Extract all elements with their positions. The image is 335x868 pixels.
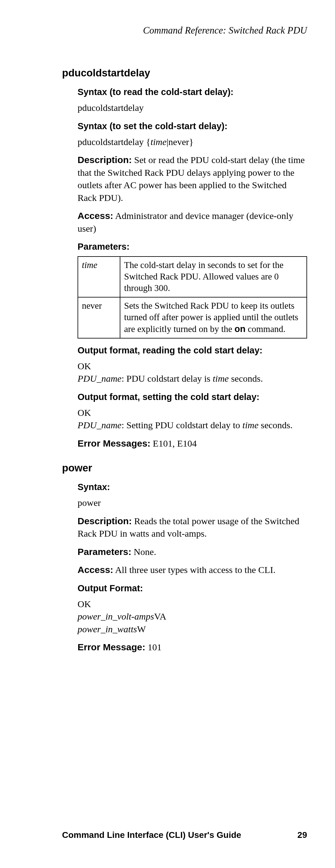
error-message-value: 101 bbox=[145, 642, 162, 652]
parameters-label: Parameters: bbox=[77, 547, 131, 557]
output-set-end: seconds. bbox=[258, 420, 293, 430]
output-set-label: Output format, setting the cold start de… bbox=[77, 392, 307, 402]
error-messages-para: Error Messages: E101, E104 bbox=[77, 437, 307, 450]
output-w-suffix: W bbox=[137, 624, 146, 634]
description-label: Description: bbox=[77, 155, 132, 165]
output-read-label: Output format, reading the cold start de… bbox=[77, 345, 307, 355]
output-ok: OK bbox=[77, 407, 91, 418]
output-format-label: Output Format: bbox=[77, 583, 307, 593]
command-heading-power: power bbox=[62, 462, 307, 474]
output-set-time: time bbox=[242, 420, 259, 430]
running-header: Command Reference: Switched Rack PDU bbox=[62, 25, 307, 36]
param-key-never: never bbox=[78, 297, 120, 338]
output-format-block: OK power_in_volt-ampsVA power_in_wattsW bbox=[77, 598, 307, 636]
syntax-set-label: Syntax (to set the cold-start delay): bbox=[77, 121, 307, 131]
parameters-label: Parameters: bbox=[77, 242, 307, 252]
output-va-var: power_in_volt-amps bbox=[77, 611, 154, 621]
output-read-block: OK PDU_name: PDU coldstart delay is time… bbox=[77, 360, 307, 385]
error-messages-label: Error Messages: bbox=[77, 438, 150, 448]
output-pduname: PDU_name bbox=[77, 420, 122, 430]
table-row: never Sets the Switched Rack PDU to keep… bbox=[78, 297, 307, 338]
output-set-mid: : Setting PDU coldstart delay to bbox=[122, 420, 242, 430]
command-body: Syntax (to read the cold-start delay): p… bbox=[77, 87, 307, 450]
page-footer: Command Line Interface (CLI) User's Guid… bbox=[62, 830, 307, 840]
syntax-set-suffix: |never} bbox=[167, 137, 194, 147]
output-read-mid: : PDU coldstart delay is bbox=[122, 373, 213, 383]
syntax-read-value: pducoldstartdelay bbox=[77, 101, 307, 114]
access-label: Access: bbox=[77, 565, 113, 575]
syntax-label: Syntax: bbox=[77, 482, 307, 492]
output-w-var: power_in_watts bbox=[77, 624, 137, 634]
param-desc-never: Sets the Switched Rack PDU to keep its o… bbox=[120, 297, 307, 338]
syntax-value: power bbox=[77, 497, 307, 509]
output-read-time: time bbox=[213, 373, 229, 383]
output-ok: OK bbox=[77, 361, 91, 371]
syntax-read-label: Syntax (to read the cold-start delay): bbox=[77, 87, 307, 97]
access-para: Access: All three user types with access… bbox=[77, 564, 307, 577]
on-command-ref: on bbox=[234, 324, 245, 334]
access-text: All three user types with access to the … bbox=[113, 565, 275, 575]
param-key-time: time bbox=[78, 256, 120, 297]
param-desc-never-b: command. bbox=[245, 324, 286, 334]
footer-title: Command Line Interface (CLI) User's Guid… bbox=[62, 830, 241, 840]
command-body: Syntax: power Description: Reads the tot… bbox=[77, 482, 307, 654]
syntax-set-time: time bbox=[150, 137, 167, 147]
error-message-para: Error Message: 101 bbox=[77, 641, 307, 654]
param-desc-time: The cold-start delay in seconds to set f… bbox=[120, 256, 307, 297]
output-pduname: PDU_name bbox=[77, 373, 122, 383]
output-va-suffix: VA bbox=[154, 611, 166, 621]
output-ok: OK bbox=[77, 599, 91, 609]
parameters-para: Parameters: None. bbox=[77, 546, 307, 558]
syntax-set-prefix: pducoldstartdelay { bbox=[77, 137, 150, 147]
access-label: Access: bbox=[77, 211, 113, 221]
description-para: Description: Set or read the PDU cold-st… bbox=[77, 154, 307, 204]
parameters-table: time The cold-start delay in seconds to … bbox=[77, 256, 307, 339]
output-read-end: seconds. bbox=[229, 373, 263, 383]
access-para: Access: Administrator and device manager… bbox=[77, 210, 307, 235]
description-para: Description: Reads the total power usage… bbox=[77, 515, 307, 540]
parameters-value: None. bbox=[131, 547, 156, 557]
error-messages-value: E101, E104 bbox=[150, 438, 197, 448]
error-message-label: Error Message: bbox=[77, 642, 145, 652]
syntax-set-value: pducoldstartdelay {time|never} bbox=[77, 136, 307, 149]
output-set-block: OK PDU_name: Setting PDU coldstart delay… bbox=[77, 406, 307, 432]
table-row: time The cold-start delay in seconds to … bbox=[78, 256, 307, 297]
description-label: Description: bbox=[77, 516, 132, 526]
command-heading-pducoldstartdelay: pducoldstartdelay bbox=[62, 67, 307, 79]
document-page: Command Reference: Switched Rack PDU pdu… bbox=[0, 0, 335, 868]
page-number: 29 bbox=[298, 830, 307, 840]
